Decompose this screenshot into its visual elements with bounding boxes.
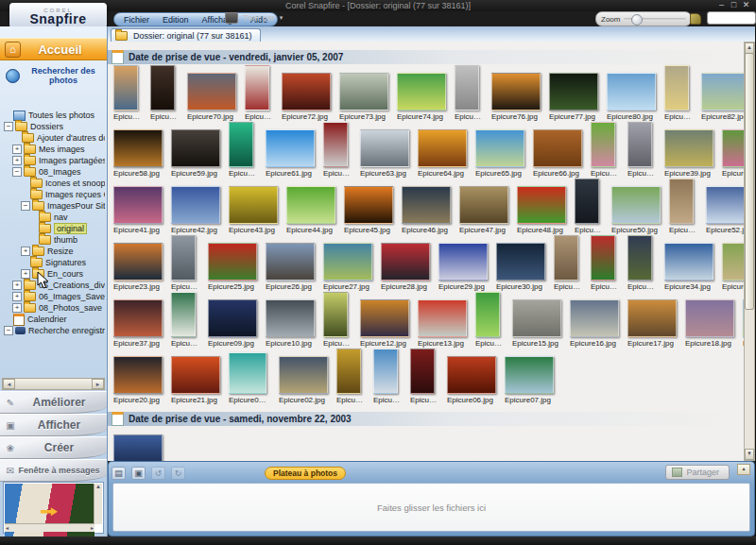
photo-thumbnail[interactable] [266, 299, 315, 337]
tree-item-thumb[interactable]: thumb [0, 234, 105, 246]
photo-thumbnail[interactable] [575, 179, 599, 224]
photo-thumbnail[interactable] [664, 129, 713, 167]
photo-thumbnail[interactable] [171, 129, 220, 167]
sidebar-band-am-liorer[interactable]: ✎Améliorer [0, 391, 107, 414]
tree-item-06-images-save[interactable]: +06_Images_Save [0, 291, 105, 302]
message-vertical-scrollbar[interactable]: ▲ [94, 484, 102, 524]
photo-thumbnail[interactable] [229, 186, 278, 224]
tree-expand-icon[interactable]: + [12, 281, 22, 290]
tree-expand-icon[interactable]: − [4, 122, 13, 131]
sort-group[interactable]: Trier par ▾ [225, 12, 283, 24]
photo-thumbnail[interactable] [664, 243, 713, 281]
photo-thumbnail[interactable] [685, 299, 734, 337]
tree-expand-icon[interactable]: + [21, 247, 30, 256]
photo-thumbnail[interactable] [360, 129, 409, 167]
tray-collapse-button[interactable]: ▴ [737, 464, 750, 475]
sidebar-band-cr-er[interactable]: ❀Créer [0, 436, 107, 459]
photo-thumbnail[interactable] [491, 73, 541, 111]
photo-thumbnail[interactable] [282, 73, 331, 111]
tree-item-images-partag-es[interactable]: +Images partagées [0, 155, 105, 166]
scrollbar-thumb[interactable] [745, 53, 754, 310]
tree-item-mes-images[interactable]: +Mes images [0, 144, 105, 155]
tree-expand-icon[interactable]: + [12, 145, 22, 154]
search-input[interactable] [707, 11, 756, 25]
photo-thumbnail[interactable] [344, 186, 393, 224]
tree-item-imagespour-site[interactable]: −ImagesPour Site [0, 200, 105, 212]
tab-dossier-original[interactable]: Dossier: original (77 sur 38161) [111, 28, 261, 42]
photo-thumbnail[interactable] [475, 129, 524, 167]
photo-thumbnail[interactable] [171, 356, 220, 394]
menu-item-edition[interactable]: Edition [163, 15, 189, 25]
scroll-down-icon[interactable]: ▼ [745, 449, 754, 460]
tag-icon[interactable] [690, 13, 701, 25]
photo-thumbnail[interactable] [113, 65, 138, 111]
photo-thumbnail[interactable] [591, 122, 615, 167]
scroll-left-icon[interactable]: ◂ [3, 379, 15, 389]
tray-dropzone[interactable]: Faites glisser les fichiers ici [112, 483, 750, 532]
photo-thumbnail[interactable] [229, 352, 266, 394]
photo-thumbnail[interactable] [496, 243, 545, 281]
minimize-button[interactable]: ‒ [715, 0, 728, 9]
photo-thumbnail[interactable] [459, 186, 508, 224]
photo-thumbnail[interactable] [722, 129, 746, 167]
photo-thumbnail[interactable] [323, 243, 372, 281]
tree-expand-icon[interactable]: − [4, 326, 13, 335]
sidebar-search-photos[interactable]: Rechercher des photos [0, 60, 107, 89]
photo-thumbnail[interactable] [475, 292, 500, 337]
tree-item-08-photos-save[interactable]: +08_Photos_save [0, 302, 105, 314]
tree-item-original[interactable]: original [0, 223, 105, 234]
photo-thumbnail[interactable] [549, 73, 598, 111]
photo-thumbnail[interactable] [113, 434, 163, 461]
photo-thumbnail[interactable] [505, 356, 554, 394]
photo-thumbnail[interactable] [279, 356, 328, 394]
rotate-right-icon[interactable]: ↻ [171, 467, 185, 480]
tree-item-en-cours[interactable]: +En_cours [0, 268, 105, 280]
photo-thumbnail[interactable] [339, 73, 388, 111]
photo-thumbnail[interactable] [438, 243, 488, 281]
photo-thumbnail[interactable] [455, 65, 479, 111]
photo-thumbnail[interactable] [664, 65, 689, 111]
photo-thumbnail[interactable] [627, 299, 677, 337]
photo-thumbnail[interactable] [402, 186, 451, 224]
photo-thumbnail[interactable] [113, 243, 163, 281]
photo-thumbnail[interactable] [570, 299, 619, 337]
photo-thumbnail[interactable] [554, 235, 578, 281]
zoom-slider[interactable] [624, 18, 686, 21]
photo-thumbnail[interactable] [611, 186, 661, 224]
maximize-button[interactable]: □ [728, 0, 740, 9]
rotate-left-icon[interactable]: ↺ [151, 467, 165, 480]
photo-thumbnail[interactable] [208, 299, 257, 337]
photo-thumbnail[interactable] [706, 186, 746, 224]
sidebar-band-fen-tre-messages[interactable]: ✉Fenêtre à messages [0, 459, 107, 482]
photo-thumbnail[interactable] [447, 356, 496, 394]
tree-item-05-creations-diverses[interactable]: +05_Creations_diverses [0, 280, 105, 291]
tree-horizontal-scrollbar[interactable]: ◂ ▸ [2, 378, 105, 390]
photo-thumbnail[interactable] [381, 243, 430, 281]
photo-thumbnail[interactable] [533, 129, 582, 167]
photo-thumbnail[interactable] [266, 243, 315, 281]
photo-thumbnail[interactable] [113, 186, 163, 224]
photo-thumbnail[interactable] [360, 299, 409, 337]
tree-item-calendrier[interactable]: Calendrier [0, 314, 105, 325]
photo-thumbnail[interactable] [187, 73, 236, 111]
tree-expand-icon[interactable]: + [12, 156, 22, 165]
tree-expand-icon[interactable]: + [21, 269, 30, 279]
zoom-slider-knob[interactable] [631, 14, 643, 26]
photo-thumbnail[interactable] [669, 179, 694, 224]
tree-expand-icon[interactable]: − [21, 201, 30, 211]
tree-item-recherche-enregistr-e[interactable]: −Recherche enregistrée [0, 325, 105, 336]
main-vertical-scrollbar[interactable]: ▲ ▼ [744, 42, 755, 461]
photo-thumbnail[interactable] [722, 243, 746, 281]
photo-thumbnail[interactable] [171, 292, 196, 337]
photo-thumbnail[interactable] [627, 122, 652, 167]
photo-thumbnail[interactable] [208, 243, 257, 281]
photo-thumbnail[interactable] [418, 129, 467, 167]
photo-thumbnail[interactable] [171, 186, 220, 224]
tree-item-ajouter-d-autres-dossiers[interactable]: Ajouter d'autres dossiers [0, 132, 105, 144]
photo-thumbnail[interactable] [323, 122, 348, 167]
tree-item-nav[interactable]: nav [0, 212, 105, 223]
photo-thumbnail[interactable] [113, 129, 163, 167]
camera-import-icon[interactable]: ▤ [112, 467, 126, 480]
tree-item-signatures[interactable]: Signatures [0, 257, 105, 268]
photo-thumbnail[interactable] [245, 65, 269, 111]
